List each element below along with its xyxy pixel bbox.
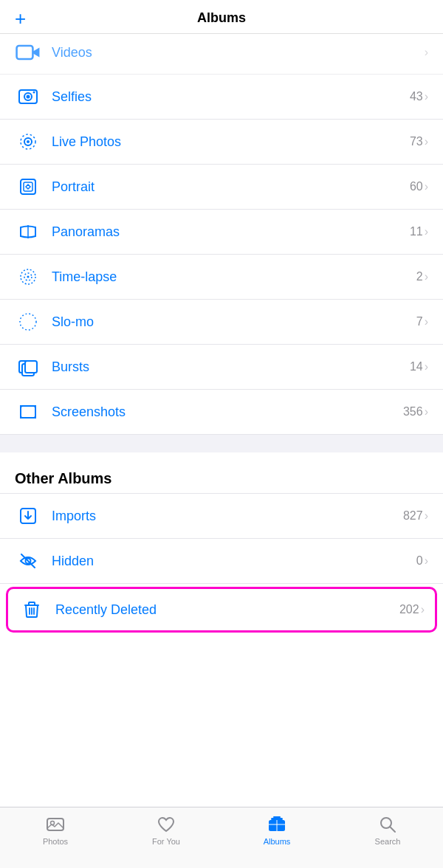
svg-rect-17 [21, 406, 35, 418]
list-item-count: 73 [410, 135, 423, 148]
list-item-portrait[interactable]: Portrait 60 › [0, 165, 443, 210]
tab-for-you[interactable]: For You [111, 815, 222, 846]
list-item-label: Portrait [52, 179, 410, 195]
svg-point-6 [27, 140, 30, 143]
bottom-padding [0, 636, 443, 650]
page-title: Albums [197, 10, 246, 26]
header: + Albums [0, 0, 443, 34]
svg-rect-8 [21, 179, 35, 194]
chevron-icon: › [425, 270, 428, 283]
svg-point-3 [27, 95, 30, 99]
svg-rect-24 [47, 819, 63, 830]
list-item-recently-deleted[interactable]: Recently Deleted 202 › [6, 587, 437, 633]
chevron-icon: › [425, 46, 428, 59]
selfies-icon [15, 83, 41, 110]
list-item-panoramas[interactable]: Panoramas 11 › [0, 210, 443, 255]
content-area: Videos › Selfies 43 › Live Photos [0, 34, 443, 807]
list-item-count: 7 [416, 315, 423, 328]
photos-tab-icon [46, 815, 65, 834]
list-item-videos[interactable]: Videos › [0, 34, 443, 75]
list-item-count: 43 [410, 90, 423, 103]
svg-rect-27 [271, 818, 283, 820]
list-item-time-lapse[interactable]: Time-lapse 2 › [0, 255, 443, 300]
chevron-icon: › [425, 554, 428, 568]
add-button[interactable]: + [15, 9, 26, 28]
chevron-icon: › [421, 603, 425, 616]
list-item-label: Panoramas [52, 224, 410, 240]
chevron-icon: › [425, 360, 428, 373]
list-item-count: 827 [403, 509, 423, 523]
section-spacer [0, 435, 443, 452]
list-item-label: Bursts [52, 359, 410, 375]
time-lapse-icon [15, 264, 41, 290]
list-item-label: Recently Deleted [55, 602, 399, 618]
list-item-count: 60 [410, 180, 423, 193]
chevron-icon: › [425, 315, 428, 328]
list-item-label: Hidden [52, 554, 416, 569]
other-albums-section-header: Other Albums [0, 452, 443, 493]
list-item-label: Slo-mo [52, 314, 416, 330]
list-item-label: Imports [52, 509, 403, 524]
svg-point-12 [27, 276, 30, 278]
chevron-icon: › [425, 135, 428, 148]
live-photos-icon [15, 128, 41, 155]
chevron-icon: › [425, 180, 428, 193]
video-icon [15, 39, 41, 66]
list-item-imports[interactable]: Imports 827 › [0, 494, 443, 539]
tab-photos-label: Photos [43, 837, 68, 846]
list-item-count: 11 [410, 225, 423, 238]
svg-line-20 [21, 554, 35, 568]
albums-tab-icon [267, 815, 286, 834]
list-item-count: 356 [403, 405, 423, 418]
list-item-slo-mo[interactable]: Slo-mo 7 › [0, 300, 443, 345]
chevron-icon: › [425, 90, 428, 103]
tab-photos[interactable]: Photos [0, 815, 111, 846]
list-item-live-photos[interactable]: Live Photos 73 › [0, 120, 443, 165]
trash-icon [18, 596, 45, 623]
svg-rect-16 [25, 361, 37, 373]
list-item-count: 0 [416, 554, 423, 568]
list-item-label: Selfies [52, 89, 410, 105]
bursts-icon [15, 354, 41, 380]
list-item-selfies[interactable]: Selfies 43 › [0, 75, 443, 120]
chevron-icon: › [425, 225, 428, 238]
chevron-icon: › [425, 509, 428, 523]
svg-rect-28 [273, 816, 281, 818]
tab-search[interactable]: Search [332, 815, 443, 846]
list-item-label: Time-lapse [52, 269, 416, 285]
chevron-icon: › [425, 405, 428, 418]
list-item-screenshots[interactable]: Screenshots 356 › [0, 390, 443, 435]
list-item-count: 202 [399, 603, 419, 616]
for-you-tab-icon [157, 815, 176, 834]
list-item-hidden[interactable]: Hidden 0 › [0, 539, 443, 584]
list-item-count: 14 [410, 360, 423, 373]
imports-icon [15, 503, 41, 529]
slo-mo-icon [15, 309, 41, 335]
list-item-count: 2 [416, 270, 423, 283]
list-item-label: Videos [52, 45, 423, 61]
svg-point-13 [20, 314, 36, 330]
list-item-bursts[interactable]: Bursts 14 › [0, 345, 443, 390]
svg-line-32 [390, 827, 395, 832]
svg-point-4 [33, 92, 35, 94]
tab-search-label: Search [375, 837, 401, 846]
tab-bar: Photos For You Albums [0, 807, 443, 868]
tab-albums-label: Albums [264, 837, 291, 846]
tab-for-you-label: For You [152, 837, 180, 846]
panoramas-icon [15, 218, 41, 245]
portrait-icon [15, 173, 41, 200]
screenshots-icon [15, 399, 41, 425]
svg-rect-0 [17, 46, 33, 59]
list-item-label: Screenshots [52, 404, 403, 420]
list-item-label: Live Photos [52, 134, 410, 150]
search-tab-icon [378, 815, 397, 834]
svg-rect-9 [24, 182, 32, 191]
tab-albums[interactable]: Albums [222, 815, 332, 846]
hidden-icon [15, 548, 41, 574]
